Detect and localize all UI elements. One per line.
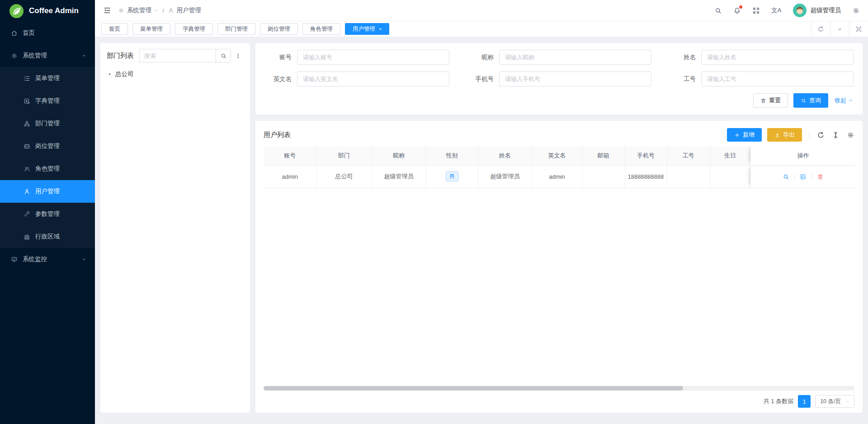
tab-list-dropdown[interactable]: [830, 21, 849, 37]
pagination-page-1[interactable]: 1: [798, 395, 811, 408]
main-content: 部门列表 总公司 账号: [95, 37, 868, 424]
query-button-label: 查询: [809, 96, 821, 105]
col-birthday: 生日: [710, 146, 750, 165]
cell-birthday: [710, 165, 750, 188]
wrench-icon: [24, 211, 30, 218]
sidebar-menu: 首页 系统管理 菜单管理 字典管理 部门管理: [0, 22, 95, 271]
trash-icon: [760, 98, 766, 104]
divider: [811, 173, 812, 180]
delete-icon[interactable]: [817, 173, 824, 180]
sidebar-item-user-mgmt[interactable]: 用户管理: [0, 180, 95, 203]
search-icon: [220, 52, 227, 59]
export-button[interactable]: 导出: [767, 128, 802, 142]
tab-dept-mgmt[interactable]: 部门管理: [217, 23, 255, 35]
breadcrumb-separator: /: [161, 7, 165, 14]
monitor-icon: [11, 256, 18, 263]
caret-right-icon[interactable]: [108, 72, 112, 76]
fullscreen-icon[interactable]: [752, 7, 760, 14]
account-field[interactable]: [297, 50, 449, 65]
tab-role-mgmt[interactable]: 角色管理: [302, 23, 340, 35]
tab-label: 菜单管理: [140, 25, 163, 33]
nickname-field[interactable]: [499, 50, 651, 65]
dept-tree-node-root[interactable]: 总公司: [107, 70, 244, 78]
tab-label: 字典管理: [183, 25, 205, 33]
user-table: 账号 部门 昵称 性别 姓名 英文名 邮箱 手机号 工号 生日 操作: [264, 146, 856, 188]
kebab-menu-icon: [235, 52, 241, 59]
tab-home[interactable]: 首页: [101, 23, 128, 35]
reset-button[interactable]: 重置: [753, 93, 788, 108]
tab-user-mgmt[interactable]: 用户管理 ×: [345, 23, 389, 35]
en-name-field[interactable]: [297, 71, 449, 86]
sidebar-item-dict-mgmt[interactable]: 字典管理: [0, 90, 95, 112]
cell-phone: 18888888888: [625, 165, 667, 188]
close-icon[interactable]: ×: [379, 26, 382, 32]
tab-menu-mgmt[interactable]: 菜单管理: [132, 23, 170, 35]
sidebar-item-param-mgmt[interactable]: 参数管理: [0, 203, 95, 225]
sidebar-item-role-mgmt[interactable]: 角色管理: [0, 157, 95, 180]
dept-search-button[interactable]: [216, 49, 231, 62]
breadcrumb: 系统管理 / 用户管理: [118, 6, 201, 14]
query-button[interactable]: 查询: [793, 93, 828, 108]
collapse-filters-label: 收起: [835, 96, 846, 105]
dept-tree-label: 总公司: [115, 70, 134, 78]
tab-post-mgmt[interactable]: 岗位管理: [260, 23, 298, 35]
dept-panel-title: 部门列表: [107, 52, 134, 60]
collapse-filters-link[interactable]: 收起: [835, 96, 854, 105]
list-icon: [24, 75, 30, 82]
tab-label: 岗位管理: [268, 25, 290, 33]
column-settings-gear-icon[interactable]: [847, 131, 854, 139]
sidebar-item-label: 用户管理: [35, 187, 87, 195]
sidebar-item-system[interactable]: 系统管理: [0, 44, 95, 67]
notifications-button[interactable]: [733, 7, 741, 14]
col-en-name: 英文名: [532, 146, 582, 165]
notification-dot: [739, 5, 742, 9]
refresh-tab-button[interactable]: [811, 21, 830, 37]
search-icon[interactable]: [714, 7, 722, 14]
sidebar-item-region[interactable]: 行政区域: [0, 225, 95, 248]
phone-field[interactable]: [499, 71, 651, 86]
row-height-icon[interactable]: [832, 131, 840, 139]
sidebar-item-home[interactable]: 首页: [0, 22, 95, 44]
settings-gear-icon[interactable]: [852, 7, 860, 14]
org-chart-icon: [24, 120, 30, 127]
scrollbar-thumb[interactable]: [264, 386, 683, 391]
view-icon[interactable]: [783, 173, 789, 180]
sidebar-item-post-mgmt[interactable]: 岗位管理: [0, 135, 95, 157]
sidebar-item-label: 部门管理: [35, 119, 87, 128]
search-form-card: 账号 昵称 姓名 英文名: [255, 43, 863, 114]
sidebar-item-monitor[interactable]: 系统监控: [0, 248, 95, 271]
divider: [809, 131, 810, 138]
dept-search-input[interactable]: [139, 49, 216, 62]
name-field[interactable]: [701, 50, 854, 65]
app-root: Coffee Admin 首页 系统管理 菜单管理 字典管理: [0, 0, 868, 424]
sidebar: Coffee Admin 首页 系统管理 菜单管理 字典管理: [0, 0, 95, 424]
dept-panel: 部门列表 总公司: [100, 43, 250, 413]
page-size-select[interactable]: 10 条/页: [815, 395, 854, 408]
app-logo: Coffee Admin: [0, 0, 95, 22]
collapse-sidebar-icon[interactable]: [103, 6, 111, 14]
field-label-account: 账号: [264, 53, 297, 62]
refresh-icon: [817, 26, 824, 33]
job-no-field[interactable]: [701, 71, 854, 86]
cell-gender: 男: [426, 165, 478, 188]
user-menu[interactable]: 超级管理员: [793, 4, 841, 17]
edit-icon[interactable]: [800, 173, 807, 180]
breadcrumb-parent[interactable]: 系统管理: [127, 6, 151, 14]
horizontal-scrollbar[interactable]: [264, 386, 854, 391]
dept-more-menu[interactable]: [232, 52, 244, 59]
tab-dict-mgmt[interactable]: 字典管理: [175, 23, 213, 35]
sidebar-item-dept-mgmt[interactable]: 部门管理: [0, 112, 95, 135]
chevron-down-icon: [837, 26, 843, 32]
sidebar-item-label: 菜单管理: [35, 74, 87, 82]
refresh-table-icon[interactable]: [817, 131, 825, 139]
reset-button-label: 重置: [769, 96, 781, 105]
translate-icon[interactable]: 文A: [771, 6, 782, 14]
user-table-title: 用户列表: [264, 131, 291, 139]
table-row: admin 总公司 超级管理员 男 超级管理员 admin 1888888888…: [264, 165, 856, 188]
add-user-button[interactable]: 新增: [727, 128, 762, 142]
maximize-content-button[interactable]: [849, 21, 868, 37]
sidebar-item-menu-mgmt[interactable]: 菜单管理: [0, 67, 95, 90]
cell-account: admin: [264, 165, 316, 188]
sidebar-item-label: 系统管理: [23, 52, 76, 60]
pagination-total: 共 1 条数据: [764, 397, 793, 405]
